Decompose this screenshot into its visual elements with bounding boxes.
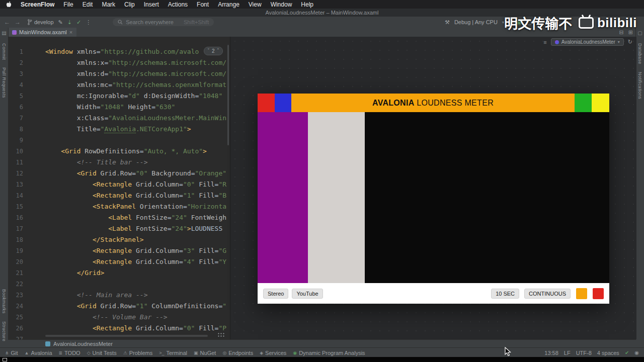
back-icon[interactable]: ←: [4, 19, 10, 26]
menu-item-view[interactable]: View: [249, 1, 262, 8]
split-view-icon[interactable]: ⊟: [619, 29, 624, 36]
status-item-avalonia[interactable]: ▲Avalonia: [25, 350, 52, 356]
tool-window-button-bookmarks[interactable]: Bookmarks: [2, 289, 7, 314]
chevron-down-icon[interactable]: ▾: [502, 20, 504, 25]
youtube-button[interactable]: YouTube: [292, 289, 323, 299]
profile-button[interactable]: ▢: [526, 19, 531, 26]
menu-item-edit[interactable]: Edit: [83, 1, 93, 8]
status-item-label: Services: [265, 350, 286, 356]
line-code: <Label FontSize="24">LOUDNESS: [45, 223, 222, 234]
menu-item-file[interactable]: File: [63, 1, 73, 8]
update-project-icon[interactable]: ⇣: [67, 19, 72, 26]
line-ending-indicator[interactable]: LF: [564, 350, 571, 356]
tool-window-button-pull-requests[interactable]: Pull Requests: [2, 67, 7, 98]
encoding-indicator[interactable]: UTF-8: [576, 350, 592, 356]
menu-item-arrange[interactable]: Arrange: [218, 1, 239, 8]
tab-close-icon[interactable]: ×: [69, 29, 72, 35]
menu-item-help[interactable]: Help: [301, 1, 313, 8]
red-indicator[interactable]: [593, 288, 604, 299]
commit-check-icon[interactable]: ✓: [76, 19, 81, 26]
tool-window-button-structure[interactable]: Structure: [2, 321, 7, 341]
list-icon[interactable]: ≡: [543, 39, 546, 45]
code-line: 4 xmlns:mc="http://schemas.openxmlformat: [8, 79, 230, 90]
debug-button[interactable]: ◉: [517, 19, 522, 26]
status-item-unit-tests[interactable]: ◇Unit Tests: [87, 350, 117, 356]
line-number: 26: [8, 323, 23, 334]
notifications-icon[interactable]: ◉: [634, 350, 639, 355]
status-item-problems[interactable]: ⚠Problems: [123, 350, 153, 356]
code-editor[interactable]: 1<Window xmlns="https://github.com/avalo…: [8, 37, 230, 339]
line-number: 8: [8, 124, 23, 135]
notifications-bell-icon[interactable]: ▢: [637, 30, 642, 36]
status-bar: ⋔Git▲Avalonia≣TODO◇Unit Tests⚠Problems>_…: [0, 347, 644, 357]
inspections-widget[interactable]: ˇ 2 ˆ: [204, 47, 223, 55]
status-item-endpoints[interactable]: ◎Endpoints: [222, 350, 253, 356]
indent-indicator[interactable]: 4 spaces: [597, 350, 619, 356]
window-title: AvaloniaLoudnessMeter – MainWindow.axaml: [266, 10, 379, 16]
orange-indicator[interactable]: [576, 288, 587, 299]
breadcrumb[interactable]: AvaloniaLoudnessMeter: [53, 341, 113, 347]
menu-item-mark[interactable]: Mark: [102, 1, 115, 8]
layout-icon[interactable]: ⊞: [628, 29, 633, 36]
tab-mainwindow-axaml[interactable]: MainWindow.axaml ×: [8, 28, 76, 37]
macos-menubar: ScreenFlow FileEditMarkClipInsertActions…: [0, 0, 644, 9]
menu-item-actions[interactable]: Actions: [168, 1, 188, 8]
ide-toolbar: ← → develop ✎ ⇣ ✓ ⋮ Search everywhere Sh…: [0, 17, 644, 28]
apple-icon[interactable]: [6, 1, 12, 8]
explorer-icon[interactable]: ▤: [2, 30, 6, 36]
left-tool-strip: ▤ CommitPull Requests BookmarksStructure: [0, 28, 9, 347]
chevron-up-icon[interactable]: ˆ: [217, 48, 219, 54]
code-line: 5 mc:Ignorable="d" d:DesignWidth="1048": [8, 90, 230, 102]
run-button[interactable]: ▶: [509, 20, 513, 25]
analysis-status-icon[interactable]: ✔: [625, 350, 629, 355]
right-tool-strip: ▢ DatabaseNotifications: [635, 28, 644, 347]
line-code: <Grid Grid.Row="0" Background="Orange": [45, 168, 226, 179]
vcs-branch-widget[interactable]: develop: [27, 19, 54, 25]
tool-window-button-commit[interactable]: Commit: [2, 43, 7, 60]
forward-icon[interactable]: →: [15, 19, 21, 26]
line-code: <!-- Volume Bar -->: [45, 312, 168, 323]
previewer-target-selector[interactable]: AvaloniaLoudnessMeter ▾: [551, 38, 624, 46]
menu-item-clip[interactable]: Clip: [124, 1, 135, 8]
status-item-dynamic-program-analysis[interactable]: ◉Dynamic Program Analysis: [293, 350, 365, 356]
status-right: 13:58 LF UTF-8 4 spaces ✔ ◉: [544, 350, 639, 356]
status-item-terminal[interactable]: >_Terminal: [159, 350, 187, 356]
refresh-icon[interactable]: ↻: [628, 39, 632, 45]
more-actions-icon[interactable]: ⋮: [86, 19, 91, 26]
run-configuration[interactable]: Debug | Any CPU: [454, 19, 498, 25]
terminal-icon: >_: [159, 350, 164, 355]
status-item-services[interactable]: ◈Services: [260, 350, 286, 356]
10-sec-button[interactable]: 10 SEC: [491, 289, 519, 299]
continuous-button[interactable]: CONTINUOUS: [524, 289, 571, 299]
tool-window-button-database[interactable]: Database: [637, 43, 642, 64]
menu-item-window[interactable]: Window: [271, 1, 292, 8]
services-icon: ◈: [260, 350, 263, 355]
chevron-down-icon[interactable]: ˇ: [208, 48, 209, 54]
tool-window-button-notifications[interactable]: Notifications: [637, 72, 642, 99]
titlebar-red-rect: [258, 94, 275, 112]
xaml-file-icon: [12, 30, 17, 35]
menu-item-insert[interactable]: Insert: [144, 1, 159, 8]
edit-icon[interactable]: ✎: [58, 19, 63, 26]
build-hammer-icon[interactable]: ⚒: [445, 19, 450, 26]
titlebar-yellow-rect: [592, 94, 609, 112]
status-item-nuget[interactable]: ▣NuGet: [194, 350, 216, 356]
menu-item-font[interactable]: Font: [197, 1, 209, 8]
line-code: <Rectangle Grid.Column="4" Fill="Y: [45, 256, 226, 267]
line-code: </StackPanel>: [45, 234, 144, 245]
resize-grip[interactable]: [217, 332, 225, 338]
vertical-scrollbar[interactable]: [227, 45, 229, 145]
status-item-git[interactable]: ⋔Git: [5, 350, 18, 356]
status-item-label: TODO: [64, 350, 80, 356]
code-line: 14 <Rectangle Grid.Column="1" Fill="B: [8, 190, 230, 201]
search-everywhere[interactable]: Search everywhere Shift+Shift: [113, 18, 214, 26]
horizontal-scrollbar[interactable]: [45, 335, 208, 337]
line-number: 16: [8, 212, 23, 223]
line-code: <Window xmlns="https://github.com/avalo: [45, 46, 199, 57]
line-code: <Label FontSize="24" FontWeigh: [45, 212, 226, 223]
line-number: 9: [8, 135, 23, 146]
status-item-todo[interactable]: ≣TODO: [59, 350, 80, 356]
menubar-app-name[interactable]: ScreenFlow: [21, 1, 54, 8]
stereo-button[interactable]: Stereo: [263, 289, 288, 299]
app-title-rest: LOUDNESS METER: [415, 99, 494, 107]
